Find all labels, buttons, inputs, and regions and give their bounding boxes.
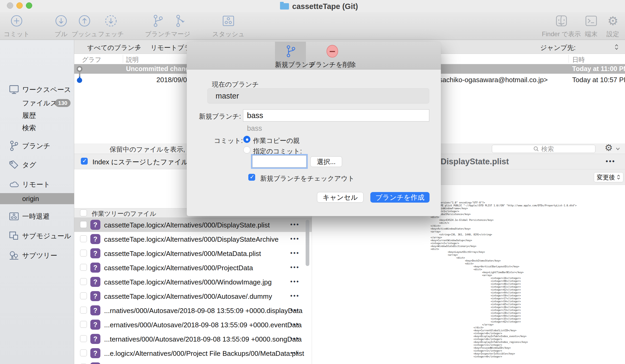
create-branch-button[interactable]: ブランチを作成 <box>370 192 430 203</box>
file-row[interactable]: ? ...e.logicx/Alternatives/000/Project F… <box>74 346 312 360</box>
search-input[interactable]: 検索 <box>492 145 595 153</box>
tab-new-branch[interactable]: 新規ブランチ <box>275 42 306 69</box>
row-actions-button[interactable]: ••• <box>290 307 300 314</box>
diff-actions-button[interactable]: ••• <box>606 157 615 165</box>
diff-mode-dropdown[interactable]: 変更後 <box>594 172 623 182</box>
row-actions-button[interactable]: ••• <box>290 235 300 242</box>
radio-specified-commit[interactable] <box>243 146 250 153</box>
file-checkbox[interactable] <box>80 292 87 299</box>
sidebar-item-origin[interactable]: origin <box>0 193 74 204</box>
untracked-status-icon: ? <box>90 248 100 258</box>
file-row[interactable]: ? cassetteTape.logicx/Alternatives/000/M… <box>74 246 312 260</box>
row-actions-button[interactable]: ••• <box>290 250 300 256</box>
new-branch-input[interactable]: bass <box>243 109 429 122</box>
uncommitted-node-icon <box>77 66 82 72</box>
sidebar-item-history[interactable]: 履歴 <box>0 110 74 121</box>
file-checkbox[interactable] <box>80 321 87 328</box>
column-graph[interactable]: グラフ <box>82 55 101 64</box>
file-row[interactable]: ? cassetteTape.logicx/Alternatives/000/D… <box>74 218 312 232</box>
updown-chevron-icon[interactable] <box>136 44 141 50</box>
file-checkbox[interactable] <box>80 221 87 228</box>
sidebar: ワークスペース ファイルス… 130 履歴 検索 ブランチ タグ リモート or… <box>0 40 74 364</box>
column-date[interactable]: 日時 <box>572 55 585 64</box>
stash-button[interactable]: スタッシュ <box>212 14 245 38</box>
minimize-window-button[interactable] <box>16 2 23 9</box>
sidebar-item-branches[interactable]: ブランチ <box>0 140 74 151</box>
search-icon <box>533 146 539 152</box>
show-in-finder-button[interactable]: Finder で表示 <box>542 14 581 38</box>
finder-icon <box>542 14 581 28</box>
file-checkbox[interactable] <box>80 307 87 314</box>
new-branch-label: 新規ブランチ: <box>199 112 241 121</box>
file-row[interactable]: ? cassetteTape.logicx/Alternatives/000/W… <box>74 275 312 289</box>
file-checkbox[interactable] <box>80 264 87 271</box>
dialog-tab-bar: 新規ブランチ ブランチを削除 <box>187 42 441 69</box>
sidebar-item-subtrees[interactable]: サブツリー <box>0 250 74 261</box>
file-row[interactable]: ? ...ernatives/000/Autosave/2018-09-08 1… <box>74 318 312 332</box>
push-button[interactable]: プッシュ <box>72 14 97 38</box>
current-branch-label: 現在のブランチ <box>212 80 259 89</box>
sidebar-item-search[interactable]: 検索 <box>0 122 74 133</box>
radio-working-copy-parent[interactable] <box>243 136 250 143</box>
file-row[interactable]: ? ...ternatives/000/Autosave/2018-09-08 … <box>74 332 312 346</box>
file-checkbox[interactable] <box>80 278 87 285</box>
terminal-button[interactable]: 端末 <box>585 14 598 38</box>
subtree-icon <box>9 250 19 261</box>
file-checkbox[interactable] <box>80 250 87 256</box>
sidebar-item-file-status[interactable]: ファイルス… 130 <box>0 97 74 109</box>
staged-checkbox[interactable] <box>81 158 88 165</box>
merge-icon <box>171 14 190 28</box>
file-list-scrollbar[interactable] <box>306 220 309 266</box>
close-window-button[interactable] <box>7 2 13 9</box>
diff-options-gear-icon[interactable]: ⚙ <box>605 142 613 153</box>
fetch-button[interactable]: フェッチ <box>98 14 124 38</box>
file-checkbox[interactable] <box>80 235 87 242</box>
file-row[interactable]: ? <box>74 360 312 364</box>
merge-button[interactable]: マージ <box>171 14 190 38</box>
all-branches-dropdown[interactable]: すべてのブランチ <box>87 43 141 52</box>
commit-message: 2018/09/08 <box>156 76 191 84</box>
file-row[interactable]: ? cassetteTape.logicx/Alternatives/000/D… <box>74 232 312 246</box>
file-name: cassetteTape.logicx/Alternatives/000/Aut… <box>104 292 272 301</box>
tab-delete-branch[interactable]: ブランチを削除 <box>306 42 359 69</box>
branch-name-preview: bass <box>247 124 262 133</box>
file-checkbox[interactable] <box>80 335 87 342</box>
row-actions-button[interactable]: ••• <box>290 264 300 271</box>
commit-button[interactable]: コミット <box>4 14 30 38</box>
sidebar-item-tags[interactable]: タグ <box>0 159 74 170</box>
choose-commit-button[interactable]: 選択... <box>310 156 342 167</box>
chevron-down-icon[interactable] <box>615 147 621 151</box>
sidebar-item-remotes[interactable]: リモート <box>0 179 74 190</box>
workspace-icon <box>9 84 19 95</box>
pull-button[interactable]: プル <box>54 14 67 38</box>
file-name: cassetteTape.logicx/Alternatives/000/Dis… <box>104 221 270 229</box>
row-actions-button[interactable]: ••• <box>290 321 300 328</box>
sidebar-item-stashes[interactable]: 一時退避 <box>0 211 74 222</box>
worktree-checkbox[interactable] <box>80 209 87 216</box>
checkout-new-branch-checkbox[interactable] <box>248 174 255 181</box>
push-icon <box>72 14 97 28</box>
sidebar-item-workspace[interactable]: ワークスペース <box>0 84 74 95</box>
jump-updown-chevron-icon[interactable] <box>614 44 619 50</box>
row-actions-button[interactable]: ••• <box>290 335 300 342</box>
file-checkbox[interactable] <box>80 349 87 356</box>
gear-icon: ⚙ <box>607 14 619 28</box>
file-row[interactable]: ? cassetteTape.logicx/Alternatives/000/P… <box>74 260 312 275</box>
file-name: cassetteTape.logicx/Alternatives/000/Win… <box>104 278 272 286</box>
untracked-status-icon: ? <box>90 263 100 273</box>
row-actions-button[interactable]: ••• <box>290 278 300 285</box>
column-description[interactable]: 説明 <box>126 55 139 64</box>
cancel-button[interactable]: キャンセル <box>317 192 363 203</box>
branch-button[interactable]: ブランチ <box>145 14 171 38</box>
file-row[interactable]: ? cassetteTape.logicx/Alternatives/000/A… <box>74 289 312 303</box>
file-name: cassetteTape.logicx/Alternatives/000/Met… <box>104 250 261 258</box>
file-name: ...e.logicx/Alternatives/000/Project Fil… <box>104 349 304 358</box>
settings-button[interactable]: ⚙ 設定 <box>607 14 619 38</box>
file-row[interactable]: ? ...rnatives/000/Autosave/2018-09-08 13… <box>74 303 312 318</box>
row-actions-button[interactable]: ••• <box>290 221 300 228</box>
row-actions-button[interactable]: ••• <box>290 292 300 299</box>
zoom-window-button[interactable] <box>26 2 32 9</box>
row-actions-button[interactable]: ••• <box>290 349 300 356</box>
sidebar-item-submodules[interactable]: サブモジュール <box>0 230 74 241</box>
specified-commit-input[interactable] <box>252 155 306 167</box>
